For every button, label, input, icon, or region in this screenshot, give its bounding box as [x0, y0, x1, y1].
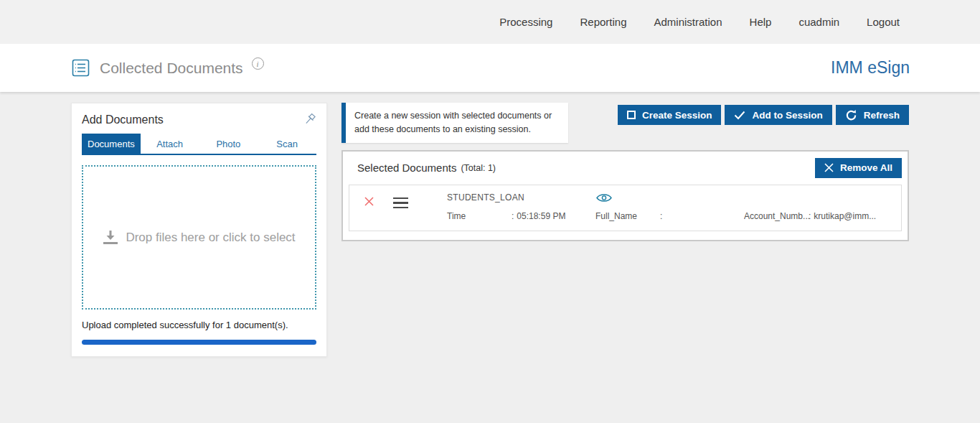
field-account-number-value: krutikap@imm...	[814, 211, 876, 221]
create-session-label: Create Session	[642, 110, 712, 121]
add-to-session-label: Add to Session	[752, 110, 822, 121]
upload-icon	[103, 231, 118, 244]
file-dropzone[interactable]: Drop files here or click to select	[82, 165, 316, 310]
nav-logout[interactable]: Logout	[867, 16, 900, 28]
document-row-line-2: Time:05:18:59 PM Full_Name: Account_Numb…	[447, 211, 892, 221]
square-icon	[627, 111, 636, 119]
nav-help[interactable]: Help	[750, 16, 772, 28]
collected-documents-icon	[72, 59, 90, 77]
preview-eye-icon[interactable]	[595, 192, 892, 203]
add-documents-panel: Add Documents Documents Attach Photo Sca…	[71, 103, 327, 357]
field-account-number-label: Account_Numb...	[744, 211, 809, 221]
field-account-number: Account_Numb...:krutikap@imm...	[744, 211, 892, 221]
session-hint-message: Create a new session with selected docum…	[341, 103, 568, 143]
create-session-button[interactable]: Create Session	[618, 105, 722, 125]
page-title: Collected Documents	[100, 60, 243, 77]
field-full-name-sep: :	[660, 211, 662, 221]
session-actions-row: Create a new session with selected docum…	[341, 103, 909, 143]
tab-scan[interactable]: Scan	[258, 134, 316, 154]
selected-documents-panel: Selected Documents (Total: 1) Remove All	[341, 150, 909, 241]
info-icon[interactable]: i	[252, 57, 264, 70]
tab-attach[interactable]: Attach	[141, 134, 199, 154]
field-full-name-label: Full_Name	[595, 211, 660, 221]
top-navigation: Processing Reporting Administration Help…	[0, 0, 980, 44]
refresh-label: Refresh	[864, 110, 900, 121]
check-icon	[734, 111, 745, 120]
remove-document-icon[interactable]	[364, 196, 374, 207]
field-time-sep: :	[512, 211, 514, 221]
dropzone-text: Drop files here or click to select	[126, 231, 295, 245]
remove-all-label: Remove All	[840, 162, 892, 173]
add-documents-tabs: Documents Attach Photo Scan	[82, 134, 316, 155]
refresh-icon	[845, 109, 857, 121]
upload-progress-bar	[82, 340, 316, 345]
x-icon	[824, 163, 834, 172]
selected-documents-title: Selected Documents	[357, 162, 456, 174]
selected-documents-header: Selected Documents (Total: 1) Remove All	[349, 158, 902, 185]
document-name: STUDENTS_LOAN	[447, 192, 595, 203]
main-content: Add Documents Documents Attach Photo Sca…	[0, 92, 980, 357]
refresh-button[interactable]: Refresh	[836, 105, 909, 125]
field-time-label: Time	[447, 211, 512, 221]
field-time-value: 05:18:59 PM	[517, 211, 565, 221]
selected-documents-total: (Total: 1)	[461, 163, 496, 173]
add-documents-header: Add Documents	[82, 113, 316, 126]
document-row-line-1: STUDENTS_LOAN	[447, 192, 892, 203]
upload-status-text: Upload completed successfully for 1 docu…	[82, 320, 316, 330]
drag-handle-icon[interactable]	[393, 197, 408, 212]
add-documents-title: Add Documents	[82, 113, 164, 126]
field-account-number-sep: :	[809, 211, 811, 221]
page-header: Collected Documents i IMM eSign	[0, 44, 980, 92]
session-column: Create a new session with selected docum…	[341, 103, 909, 241]
nav-user-cuadmin[interactable]: cuadmin	[798, 16, 839, 28]
nav-processing[interactable]: Processing	[499, 16, 552, 28]
document-details: STUDENTS_LOAN Time:05:18:59 PM	[447, 192, 892, 221]
add-to-session-button[interactable]: Add to Session	[725, 105, 831, 125]
nav-administration[interactable]: Administration	[654, 16, 722, 28]
tab-photo[interactable]: Photo	[199, 134, 258, 154]
pin-icon[interactable]	[303, 113, 316, 126]
session-buttons: Create Session Add to Session	[618, 105, 909, 125]
brand-logo: IMM eSign	[831, 58, 910, 78]
nav-reporting[interactable]: Reporting	[580, 16, 626, 28]
field-time: Time:05:18:59 PM	[447, 211, 595, 221]
remove-all-button[interactable]: Remove All	[815, 158, 902, 178]
document-row: STUDENTS_LOAN Time:05:18:59 PM	[349, 185, 902, 231]
field-full-name: Full_Name:	[595, 211, 744, 221]
tab-documents[interactable]: Documents	[82, 134, 141, 154]
